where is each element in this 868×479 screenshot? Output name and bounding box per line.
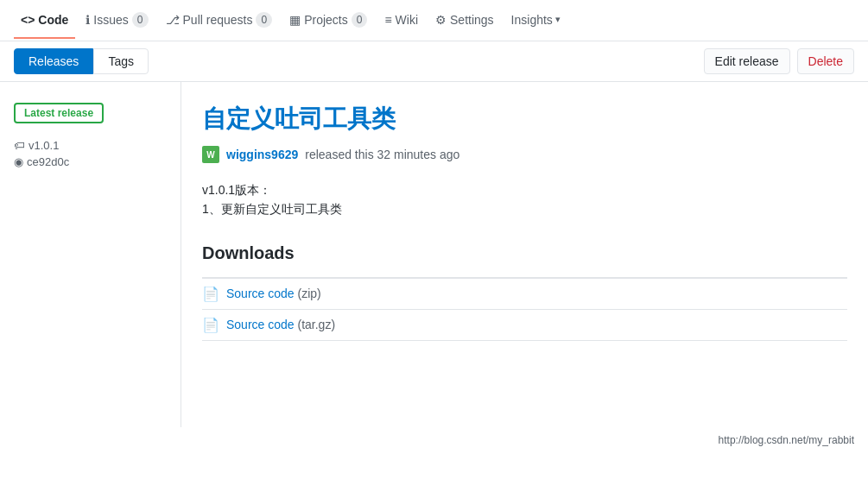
zip-file-icon: 📄 [202,286,219,302]
nav-item-pull-requests[interactable]: ⎇ Pull requests 0 [159,2,280,40]
nav-item-code[interactable]: <> Code [14,3,75,39]
release-body: v1.0.1版本： 1、更新自定义吐司工具类 [202,180,847,219]
nav-label-code: Code [38,13,68,27]
nav-item-wiki[interactable]: ≡ Wiki [377,3,425,39]
download-label-targz: Source code [226,318,295,331]
toolbar: Releases Tags Edit release Delete [0,41,868,82]
watermark: http://blog.csdn.net/my_rabbit [0,427,868,453]
sidebar-tag: 🏷 v1.0.1 [14,139,167,152]
projects-badge: 0 [352,12,368,28]
username-link[interactable]: wiggins9629 [226,148,298,161]
projects-icon: ▦ [289,13,301,27]
issues-icon: ℹ [86,13,90,27]
sidebar-commit-value: ce92d0c [27,155,69,168]
release-detail: 自定义吐司工具类 W wiggins9629 released this 32 … [181,82,868,427]
toolbar-actions: Edit release Delete [704,48,854,74]
download-link-zip[interactable]: Source code (zip) [226,287,321,300]
download-item-zip: 📄 Source code (zip) [202,279,847,310]
edit-release-button[interactable]: Edit release [704,48,790,74]
nav-item-issues[interactable]: ℹ Issues 0 [79,2,155,40]
sidebar: Latest release 🏷 v1.0.1 ◉ ce92d0c [0,82,181,427]
release-meta: W wiggins9629 released this 32 minutes a… [202,146,847,163]
pr-icon: ⎇ [166,13,180,27]
settings-icon: ⚙ [435,13,447,27]
sidebar-tag-value: v1.0.1 [29,139,59,152]
download-label-zip: Source code [226,287,295,300]
avatar: W [202,146,219,163]
downloads-heading: Downloads [202,243,847,270]
release-body-line2: 1、更新自定义吐司工具类 [202,199,847,218]
nav-label-issues: Issues [93,13,128,27]
nav-label-insights: Insights [511,13,553,27]
code-icon: <> [21,13,35,27]
download-suffix-targz: (tar.gz) [298,318,336,331]
tag-icon: 🏷 [14,139,25,152]
tab-releases[interactable]: Releases [14,48,93,74]
downloads-section: Downloads 📄 Source code (zip) 📄 Source c… [202,243,847,341]
top-nav: <> Code ℹ Issues 0 ⎇ Pull requests 0 ▦ P… [0,0,868,41]
sidebar-commit: ◉ ce92d0c [14,155,167,168]
issues-badge: 0 [132,12,149,28]
latest-release-badge: Latest release [14,103,104,123]
targz-file-icon: 📄 [202,317,219,333]
main-content: Latest release 🏷 v1.0.1 ◉ ce92d0c 自定义吐司工… [0,82,868,427]
tab-group: Releases Tags [14,48,149,74]
nav-label-projects: Projects [304,13,348,27]
nav-item-settings[interactable]: ⚙ Settings [428,3,501,39]
nav-item-insights[interactable]: Insights [504,3,567,39]
nav-label-settings: Settings [450,13,494,27]
nav-item-projects[interactable]: ▦ Projects 0 [282,2,374,40]
release-body-line1: v1.0.1版本： [202,180,847,199]
commit-icon: ◉ [14,155,23,168]
delete-release-button[interactable]: Delete [797,48,854,74]
pr-badge: 0 [256,12,272,28]
wiki-icon: ≡ [384,13,391,27]
download-suffix-zip: (zip) [298,287,321,300]
nav-label-wiki: Wiki [396,13,418,27]
release-meta-text: released this 32 minutes ago [305,148,459,161]
release-title: 自定义吐司工具类 [202,103,847,136]
download-item-targz: 📄 Source code (tar.gz) [202,310,847,341]
download-link-targz[interactable]: Source code (tar.gz) [226,318,335,331]
tab-tags[interactable]: Tags [93,48,149,74]
nav-label-pr: Pull requests [183,13,253,27]
